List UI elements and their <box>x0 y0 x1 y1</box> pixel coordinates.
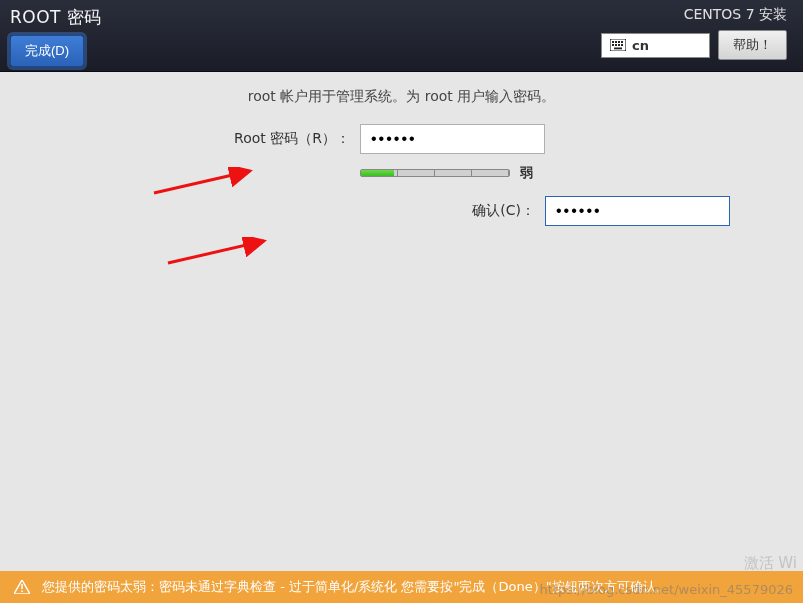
header-bar: ROOT 密码 完成(D) CENTOS 7 安装 cn 帮助！ <box>0 0 803 72</box>
svg-rect-9 <box>614 48 622 50</box>
keyboard-layout-code: cn <box>632 38 649 53</box>
keyboard-layout-indicator[interactable]: cn <box>601 33 710 58</box>
svg-rect-13 <box>21 591 23 593</box>
svg-rect-12 <box>21 584 23 589</box>
confirm-label: 确认(C)： <box>360 202 545 220</box>
help-button[interactable]: 帮助！ <box>718 30 787 60</box>
svg-line-11 <box>168 241 264 263</box>
warning-bar: 您提供的密码太弱：密码未通过字典检查 - 过于简单化/系统化 您需要按"完成（D… <box>0 571 803 603</box>
installer-title: CENTOS 7 安装 <box>684 6 787 24</box>
password-strength-fill <box>361 170 394 176</box>
password-strength-label: 弱 <box>520 164 533 182</box>
svg-rect-5 <box>612 44 614 46</box>
source-watermark: https://blog.csdn.net/weixin_45579026 <box>539 582 793 597</box>
svg-rect-4 <box>621 41 623 43</box>
confirm-password-field[interactable] <box>545 196 730 226</box>
keyboard-icon <box>610 39 626 51</box>
svg-rect-6 <box>615 44 617 46</box>
root-password-field[interactable] <box>360 124 545 154</box>
main-content: root 帐户用于管理系统。为 root 用户输入密码。 Root 密码（R）：… <box>0 72 803 571</box>
warning-icon <box>14 580 30 594</box>
svg-rect-7 <box>618 44 620 46</box>
instruction-text: root 帐户用于管理系统。为 root 用户输入密码。 <box>0 88 803 106</box>
svg-rect-2 <box>615 41 617 43</box>
svg-rect-1 <box>612 41 614 43</box>
svg-rect-8 <box>621 44 623 46</box>
password-label: Root 密码（R）： <box>0 130 360 148</box>
svg-rect-3 <box>618 41 620 43</box>
page-title: ROOT 密码 <box>10 6 102 29</box>
password-strength-meter <box>360 169 510 177</box>
annotation-arrow-icon <box>164 237 274 267</box>
done-button[interactable]: 完成(D) <box>10 35 84 67</box>
